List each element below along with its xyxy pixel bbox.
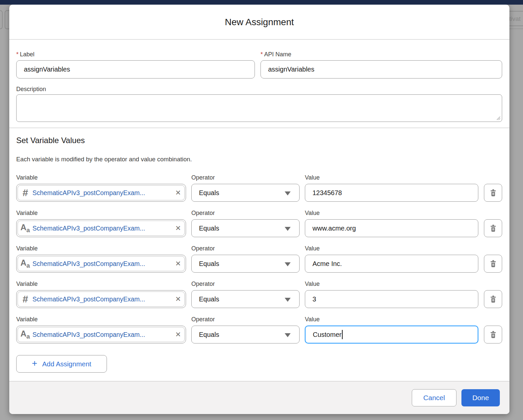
variable-column-label: Variable xyxy=(16,210,186,217)
operator-column-label: Operator xyxy=(191,281,300,288)
variable-combobox[interactable]: # SchematicAPIv3_postCompanyExam... ✕ xyxy=(16,184,186,202)
value-column-label: Value xyxy=(305,174,478,181)
variable-pill: Aa SchematicAPIv3_postCompanyExam... ✕ xyxy=(18,221,185,236)
assignment-rows: Variable Operator Value # SchematicAPIv3… xyxy=(16,174,502,351)
value-column-label: Value xyxy=(305,210,478,217)
section-subtext: Each variable is modified by the operato… xyxy=(16,156,192,163)
api-name-input[interactable]: assignVariables xyxy=(261,60,502,79)
operator-select[interactable]: Equals xyxy=(191,290,300,308)
number-icon: # xyxy=(18,187,32,198)
variable-pill-label: SchematicAPIv3_postCompanyExam... xyxy=(32,260,172,268)
new-assignment-modal: New Assignment *Label assignVariables *A… xyxy=(9,5,509,414)
cancel-button[interactable]: Cancel xyxy=(412,389,456,406)
section-heading: Set Variable Values xyxy=(16,136,85,145)
operator-column-label: Operator xyxy=(191,316,300,323)
operator-select[interactable]: Equals xyxy=(191,326,300,343)
variable-pill-label: SchematicAPIv3_postCompanyExam... xyxy=(32,189,172,197)
plus-icon: + xyxy=(32,359,37,368)
variable-combobox[interactable]: Aa SchematicAPIv3_postCompanyExam... ✕ xyxy=(16,219,186,237)
value-input[interactable]: 3 xyxy=(305,290,478,308)
description-field-label: Description xyxy=(16,86,46,93)
delete-row-button[interactable] xyxy=(484,219,502,237)
variable-pill: Aa SchematicAPIv3_postCompanyExam... ✕ xyxy=(18,256,185,271)
header-divider xyxy=(9,39,509,40)
operator-select[interactable]: Equals xyxy=(191,219,300,237)
variable-pill: # SchematicAPIv3_postCompanyExam... ✕ xyxy=(18,185,185,200)
required-asterisk: * xyxy=(16,51,19,58)
delete-row-button[interactable] xyxy=(484,290,502,308)
trash-icon xyxy=(490,189,497,197)
operator-select[interactable]: Equals xyxy=(191,184,300,202)
label-input[interactable]: assignVariables xyxy=(16,60,255,79)
value-input[interactable]: Acme Inc. xyxy=(305,255,478,273)
text-icon: Aa xyxy=(18,258,32,269)
api-name-field-label: *API Name xyxy=(261,51,291,58)
trash-icon xyxy=(490,331,497,339)
section-divider xyxy=(9,128,509,128)
variable-pill-label: SchematicAPIv3_postCompanyExam... xyxy=(32,225,172,232)
value-column-label: Value xyxy=(305,281,478,288)
modal-header: New Assignment xyxy=(9,5,509,39)
activate-button-partial: tivat xyxy=(508,11,523,26)
value-column-label: Value xyxy=(305,316,478,323)
remove-variable-icon[interactable]: ✕ xyxy=(172,260,184,268)
remove-variable-icon[interactable]: ✕ xyxy=(172,224,184,232)
dropdown-arrow-icon xyxy=(285,191,291,195)
done-button[interactable]: Done xyxy=(461,389,500,406)
variable-combobox[interactable]: # SchematicAPIv3_postCompanyExam... ✕ xyxy=(16,290,186,308)
assignment-row: Variable Operator Value Aa SchematicAPIv… xyxy=(16,316,502,343)
modal-title: New Assignment xyxy=(9,5,509,40)
variable-combobox[interactable]: Aa SchematicAPIv3_postCompanyExam... ✕ xyxy=(16,255,186,273)
number-icon: # xyxy=(18,293,32,305)
value-input[interactable]: 12345678 xyxy=(305,184,478,202)
text-cursor xyxy=(342,330,343,339)
operator-column-label: Operator xyxy=(191,174,300,181)
assignment-row: Variable Operator Value # SchematicAPIv3… xyxy=(16,174,502,202)
dropdown-arrow-icon xyxy=(285,262,291,266)
variable-column-label: Variable xyxy=(16,174,186,181)
modal-footer: Cancel Done xyxy=(9,381,509,414)
dropdown-arrow-icon xyxy=(285,333,291,337)
text-icon: Aa xyxy=(18,329,32,340)
label-field-label: *Label xyxy=(16,51,34,58)
dropdown-arrow-icon xyxy=(285,298,291,302)
resize-handle-icon[interactable] xyxy=(496,116,500,120)
background-toolbar-button xyxy=(0,10,3,29)
operator-column-label: Operator xyxy=(191,245,300,252)
variable-column-label: Variable xyxy=(16,281,186,288)
value-column-label: Value xyxy=(305,245,478,252)
remove-variable-icon[interactable]: ✕ xyxy=(172,189,184,197)
variable-pill-label: SchematicAPIv3_postCompanyExam... xyxy=(32,331,172,339)
value-input[interactable]: Customer xyxy=(305,326,478,343)
background-toolbar-divider xyxy=(508,28,523,29)
variable-column-label: Variable xyxy=(16,316,186,323)
delete-row-button[interactable] xyxy=(484,255,502,273)
app-header-bar xyxy=(0,0,523,5)
remove-variable-icon[interactable]: ✕ xyxy=(172,295,184,303)
assignment-row: Variable Operator Value Aa SchematicAPIv… xyxy=(16,210,502,237)
delete-row-button[interactable] xyxy=(484,326,502,343)
trash-icon xyxy=(490,260,497,268)
variable-pill-label: SchematicAPIv3_postCompanyExam... xyxy=(32,295,172,303)
description-textarea[interactable] xyxy=(16,94,502,122)
delete-row-button[interactable] xyxy=(484,184,502,202)
value-input[interactable]: www.acme.org xyxy=(305,219,478,237)
assignment-row: Variable Operator Value Aa SchematicAPIv… xyxy=(16,245,502,273)
remove-variable-icon[interactable]: ✕ xyxy=(172,331,184,339)
dropdown-arrow-icon xyxy=(285,227,291,231)
variable-column-label: Variable xyxy=(16,245,186,252)
variable-pill: # SchematicAPIv3_postCompanyExam... ✕ xyxy=(18,291,185,307)
operator-select[interactable]: Equals xyxy=(191,255,300,273)
variable-combobox[interactable]: Aa SchematicAPIv3_postCompanyExam... ✕ xyxy=(16,326,186,343)
operator-column-label: Operator xyxy=(191,210,300,217)
required-asterisk: * xyxy=(261,51,263,58)
add-assignment-button[interactable]: + Add Assignment xyxy=(16,355,107,373)
assignment-row: Variable Operator Value # SchematicAPIv3… xyxy=(16,281,502,308)
trash-icon xyxy=(490,224,497,232)
variable-pill: Aa SchematicAPIv3_postCompanyExam... ✕ xyxy=(18,327,185,342)
text-icon: Aa xyxy=(18,223,32,234)
trash-icon xyxy=(490,295,497,303)
